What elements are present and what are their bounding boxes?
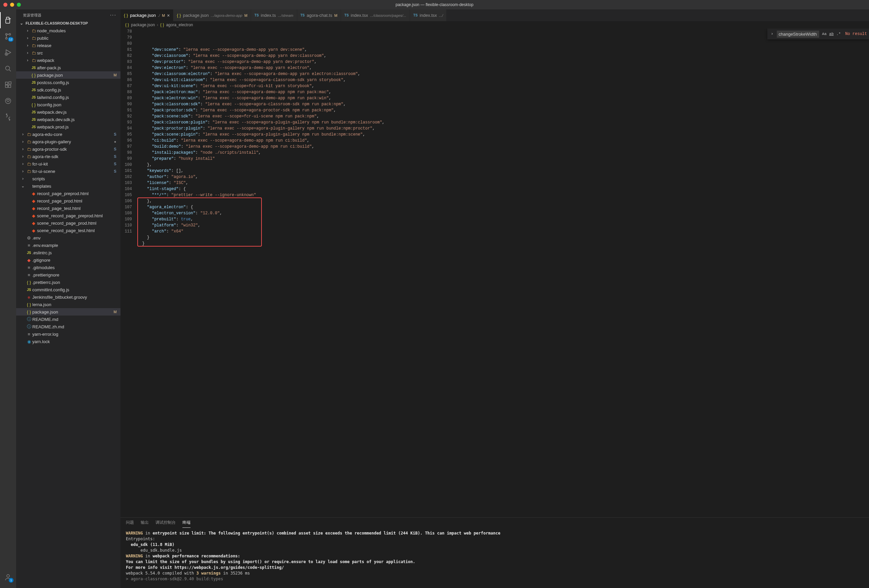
copilot-tab-icon[interactable] (0, 93, 16, 109)
file-tree-item[interactable]: ›🗀agora-plugin-gallery● (16, 138, 120, 145)
panel-tab[interactable]: 问题 (126, 520, 134, 528)
file-tree-item[interactable]: JSwebpack.dev.js (16, 108, 120, 116)
file-icon: ◆ (30, 191, 37, 196)
file-tree-item[interactable]: JSwebpack.prod.js (16, 123, 120, 130)
file-tree-item[interactable]: { }tsconfig.json (16, 101, 120, 108)
close-icon[interactable]: × (167, 13, 170, 18)
file-tree-item[interactable]: ›🗀fcr-ui-sceneS (16, 167, 120, 175)
file-tree-item[interactable]: { }lerna.json (16, 301, 120, 308)
file-tree-item[interactable]: ›🗀node_modules (16, 27, 120, 34)
file-icon: 🗀 (25, 169, 32, 174)
file-tree-item[interactable]: ≡.env.example (16, 241, 120, 249)
editor-tab[interactable]: TSindex.tsx.../classroom/pages/... (341, 9, 410, 21)
panel-tab[interactable]: 调试控制台 (156, 520, 176, 528)
file-tree-item[interactable]: ≡.gitmodules (16, 264, 120, 271)
file-tree-item[interactable]: { }package.jsonM (16, 308, 120, 315)
editor-tab[interactable]: TSagora-chat.tsM (297, 9, 341, 21)
file-icon: ≡ (25, 273, 32, 277)
file-tree-item[interactable]: ›🗀public (16, 34, 120, 42)
file-tree-item[interactable]: ›🗀agora-edu-coreS (16, 130, 120, 138)
file-tree-item[interactable]: ⌄templates (16, 182, 120, 190)
panel-tabs: 问题输出调试控制台终端 (120, 518, 869, 528)
file-icon: TS (301, 13, 305, 17)
file-tree-item[interactable]: ›🗀release (16, 42, 120, 49)
remote-tab-icon[interactable] (0, 109, 16, 125)
editor-tab[interactable]: TSindex.ts.../stream (251, 9, 297, 21)
file-name: agora-proctor-sdk (32, 147, 113, 152)
svg-point-1 (9, 34, 11, 35)
file-tree-item[interactable]: { }.prettierrc.json (16, 278, 120, 286)
file-name: tailwind.config.js (37, 95, 113, 100)
file-name: yarn.lock (32, 339, 113, 344)
breadcrumbs[interactable]: { } package.json › { } agora_electron (120, 21, 869, 28)
file-tree-item[interactable]: ◆.gitignore (16, 256, 120, 264)
file-tree-item[interactable]: ›🗀agora-proctor-sdkS (16, 145, 120, 153)
breadcrumb-symbol: agora_electron (166, 22, 193, 27)
file-tree-item[interactable]: JSafter-pack.js (16, 64, 120, 71)
file-tree-item[interactable]: ◆scene_record_page_preprod.html (16, 212, 120, 219)
file-icon: JS (30, 118, 37, 121)
file-tree-item[interactable]: JSsdk.config.js (16, 86, 120, 93)
file-tree-item[interactable]: ≡.prettierignore (16, 271, 120, 278)
chevron-icon: › (20, 139, 25, 144)
editor-area[interactable]: › Aa ab .* No result 7879808182838485868… (120, 28, 869, 517)
workspace-folder-title[interactable]: ⌄ FLEXIBLE-CLASSROOM-DESKTOP (16, 19, 120, 27)
panel-tab[interactable]: 输出 (141, 520, 149, 528)
file-tree-item[interactable]: ⓘREADME.zh.md (16, 323, 120, 330)
file-icon: { } (30, 102, 37, 107)
file-tree-item[interactable]: ⎈Jenkinsfile_bitbucket.groovy (16, 293, 120, 301)
file-icon: JS (30, 81, 37, 84)
svg-point-11 (7, 575, 9, 577)
editor-tab[interactable]: { }package.json.../agora-demo-appM (174, 9, 251, 21)
file-tree-item[interactable]: JSpostcss.config.js (16, 79, 120, 86)
file-tree-item[interactable]: ◆record_page_prod.html (16, 197, 120, 204)
file-tree-item[interactable]: JS.eslintrc.js (16, 249, 120, 256)
file-tree-item[interactable]: ›🗀webpack (16, 56, 120, 64)
file-tree-item[interactable]: ◆scene_record_page_test.html (16, 227, 120, 234)
file-tree-item[interactable]: ≡yarn-error.log (16, 330, 120, 338)
close-window-icon[interactable] (3, 3, 7, 7)
chevron-icon: › (25, 50, 30, 55)
maximize-window-icon[interactable] (17, 3, 21, 7)
file-tree-item[interactable]: ◆record_page_test.html (16, 204, 120, 212)
minimize-window-icon[interactable] (10, 3, 14, 7)
file-tree-item[interactable]: ›🗀fcr-ui-kitS (16, 160, 120, 167)
file-tree-item[interactable]: ◆record_page_preprod.html (16, 190, 120, 197)
file-tree-item[interactable]: ⓘREADME.md (16, 315, 120, 323)
editor-tab[interactable]: TSindex.tsx.../ (410, 9, 446, 21)
run-debug-tab-icon[interactable] (0, 44, 16, 61)
file-tree-item[interactable]: ◆scene_record_page_prod.html (16, 219, 120, 227)
file-tree-item[interactable]: ›scripts (16, 175, 120, 182)
code-content[interactable]: "dev:scene": "lerna exec --scope=agora-d… (137, 28, 869, 517)
window-title: package.json — flexible-classroom-deskto… (396, 2, 473, 7)
file-tree-item[interactable]: ›🗀src (16, 49, 120, 56)
file-tree-item[interactable]: ◉yarn.lock (16, 338, 120, 345)
chevron-icon: › (20, 176, 25, 181)
panel-tab[interactable]: 终端 (182, 520, 190, 528)
file-icon: 🗀 (25, 161, 32, 166)
file-tree-item[interactable]: ⚙.env (16, 234, 120, 241)
file-icon: ⓘ (25, 316, 32, 322)
search-tab-icon[interactable] (0, 61, 16, 77)
file-icon: 🗀 (30, 36, 37, 41)
file-tree-item[interactable]: JSwebpack.dev.sdk.js (16, 116, 120, 123)
bottom-panel: 问题输出调试控制台终端 WARNING in entrypoint size l… (120, 517, 869, 588)
file-tree[interactable]: ›🗀node_modules›🗀public›🗀release›🗀src›🗀we… (16, 27, 120, 588)
file-tree-item[interactable]: JScommitlint.config.js (16, 286, 120, 293)
explorer-more-icon[interactable]: ··· (110, 12, 116, 18)
file-tree-item[interactable]: JStailwind.config.js (16, 93, 120, 101)
file-name: public (37, 36, 113, 41)
file-icon: ◆ (30, 213, 37, 218)
editor-tab[interactable]: { }package.json./M× (120, 9, 174, 21)
file-name: record_page_prod.html (37, 198, 113, 203)
file-status: S (113, 162, 118, 166)
file-tree-item[interactable]: ›🗀agora-rte-sdkS (16, 153, 120, 160)
scm-tab-icon[interactable]: 12 (0, 28, 16, 44)
file-icon: JS (30, 110, 37, 114)
account-tab-icon[interactable]: 1 (0, 569, 16, 585)
file-icon: 🗀 (30, 28, 37, 33)
extensions-tab-icon[interactable] (0, 77, 16, 93)
file-tree-item[interactable]: { }package.jsonM (16, 71, 120, 79)
explorer-tab-icon[interactable] (0, 12, 16, 28)
terminal-output[interactable]: WARNING in entrypoint size limit: The fo… (120, 528, 869, 588)
